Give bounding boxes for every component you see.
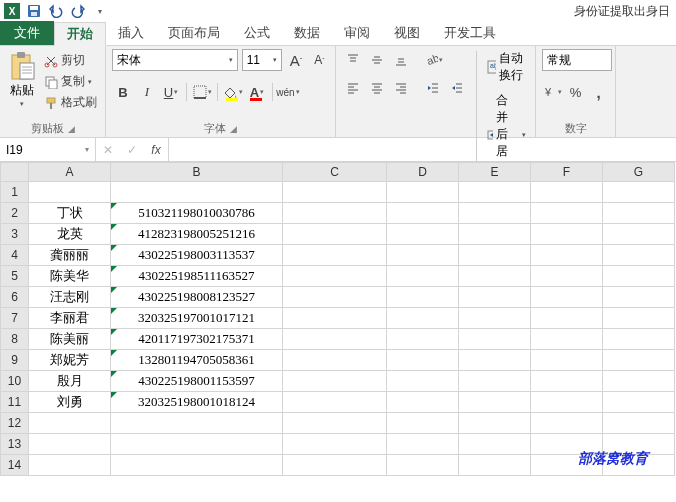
cell[interactable] xyxy=(603,266,675,287)
tab-view[interactable]: 视图 xyxy=(382,21,432,45)
cell[interactable] xyxy=(283,413,387,434)
save-icon[interactable] xyxy=(26,3,42,19)
align-right-button[interactable] xyxy=(390,77,412,99)
row-header[interactable]: 14 xyxy=(1,455,29,476)
grow-font-button[interactable]: Aˆ xyxy=(286,50,305,70)
cell-id[interactable]: 420117197302175371 xyxy=(111,329,283,350)
cell[interactable] xyxy=(387,224,459,245)
cell[interactable] xyxy=(531,308,603,329)
cell-name[interactable]: 陈美华 xyxy=(29,266,111,287)
cell-name[interactable]: 龙英 xyxy=(29,224,111,245)
wrap-text-button[interactable]: ab 自动换行 xyxy=(484,49,529,85)
cell[interactable] xyxy=(283,371,387,392)
tab-data[interactable]: 数据 xyxy=(282,21,332,45)
cell[interactable] xyxy=(29,455,111,476)
paste-dropdown-icon[interactable]: ▾ xyxy=(20,100,24,108)
cell[interactable] xyxy=(283,434,387,455)
cell[interactable] xyxy=(459,392,531,413)
row-header[interactable]: 2 xyxy=(1,203,29,224)
cell[interactable] xyxy=(387,266,459,287)
cell[interactable] xyxy=(603,308,675,329)
cell-name[interactable]: 李丽君 xyxy=(29,308,111,329)
cell[interactable] xyxy=(283,245,387,266)
increase-indent-button[interactable] xyxy=(446,77,468,99)
tab-page-layout[interactable]: 页面布局 xyxy=(156,21,232,45)
cell[interactable] xyxy=(459,266,531,287)
underline-button[interactable]: U▾ xyxy=(160,81,182,103)
copy-button[interactable]: 复制 ▾ xyxy=(42,72,99,91)
accounting-format-button[interactable]: ¥▾ xyxy=(542,81,563,103)
cell[interactable] xyxy=(387,455,459,476)
cell[interactable] xyxy=(603,182,675,203)
table-header-cell[interactable]: 提取出生日期 xyxy=(283,182,387,203)
cell-name[interactable]: 殷月 xyxy=(29,371,111,392)
font-launcher-icon[interactable]: ◢ xyxy=(230,124,237,134)
insert-function-button[interactable]: fx xyxy=(144,143,168,157)
undo-icon[interactable] xyxy=(48,3,64,19)
cell[interactable] xyxy=(111,455,283,476)
cell[interactable] xyxy=(531,182,603,203)
font-size-select[interactable]: 11 ▾ xyxy=(242,49,283,71)
tab-file[interactable]: 文件 xyxy=(0,21,54,45)
col-header[interactable]: C xyxy=(283,163,387,182)
cell[interactable] xyxy=(387,308,459,329)
row-header[interactable]: 9 xyxy=(1,350,29,371)
cell-id[interactable]: 430225198511163527 xyxy=(111,266,283,287)
cell[interactable] xyxy=(531,350,603,371)
cell[interactable] xyxy=(29,413,111,434)
cell[interactable] xyxy=(531,392,603,413)
spreadsheet[interactable]: A B C D E F G 1姓 名身 份 证 号提取出生日期2丁状510321… xyxy=(0,162,676,476)
copy-dropdown-icon[interactable]: ▾ xyxy=(88,78,92,86)
row-header[interactable]: 6 xyxy=(1,287,29,308)
border-button[interactable]: ▾ xyxy=(191,81,213,103)
align-bottom-button[interactable] xyxy=(390,49,412,71)
cell[interactable] xyxy=(387,434,459,455)
cell-id[interactable]: 320325197001017121 xyxy=(111,308,283,329)
fill-color-button[interactable]: ▾ xyxy=(222,81,244,103)
bold-button[interactable]: B xyxy=(112,81,134,103)
cell[interactable] xyxy=(531,245,603,266)
cell-id[interactable]: 412823198005251216 xyxy=(111,224,283,245)
phonetic-button[interactable]: wén▾ xyxy=(277,81,299,103)
cell[interactable] xyxy=(459,308,531,329)
decrease-indent-button[interactable] xyxy=(422,77,444,99)
percent-button[interactable]: % xyxy=(565,81,586,103)
cell-id[interactable]: 430225198008123527 xyxy=(111,287,283,308)
cell[interactable] xyxy=(459,182,531,203)
formula-input[interactable] xyxy=(169,138,676,161)
cell[interactable] xyxy=(459,350,531,371)
tab-developer[interactable]: 开发工具 xyxy=(432,21,508,45)
cell[interactable] xyxy=(459,287,531,308)
tab-insert[interactable]: 插入 xyxy=(106,21,156,45)
cell[interactable] xyxy=(387,287,459,308)
redo-icon[interactable] xyxy=(70,3,86,19)
row-header[interactable]: 11 xyxy=(1,392,29,413)
cell-id[interactable]: 320325198001018124 xyxy=(111,392,283,413)
cell-name[interactable]: 郑妮芳 xyxy=(29,350,111,371)
cell[interactable] xyxy=(283,455,387,476)
cell-name[interactable]: 陈美丽 xyxy=(29,329,111,350)
col-header[interactable]: F xyxy=(531,163,603,182)
col-header[interactable]: B xyxy=(111,163,283,182)
table-header-cell[interactable]: 姓 名 xyxy=(29,182,111,203)
cell[interactable] xyxy=(283,308,387,329)
font-color-button[interactable]: A ▾ xyxy=(246,81,268,103)
table-header-cell[interactable]: 身 份 证 号 xyxy=(111,182,283,203)
cell[interactable] xyxy=(459,371,531,392)
paste-button[interactable]: 粘贴 ▾ xyxy=(6,49,38,121)
tab-home[interactable]: 开始 xyxy=(54,22,106,46)
cell[interactable] xyxy=(603,245,675,266)
cell[interactable] xyxy=(603,329,675,350)
cell[interactable] xyxy=(459,203,531,224)
cell[interactable] xyxy=(387,329,459,350)
cell[interactable] xyxy=(531,329,603,350)
row-header[interactable]: 8 xyxy=(1,329,29,350)
cell[interactable] xyxy=(459,329,531,350)
row-header[interactable]: 13 xyxy=(1,434,29,455)
row-header[interactable]: 7 xyxy=(1,308,29,329)
cell[interactable] xyxy=(283,266,387,287)
cell[interactable] xyxy=(459,413,531,434)
cell-id[interactable]: 430225198001153597 xyxy=(111,371,283,392)
cell-name[interactable]: 龚丽丽 xyxy=(29,245,111,266)
cell[interactable] xyxy=(531,287,603,308)
